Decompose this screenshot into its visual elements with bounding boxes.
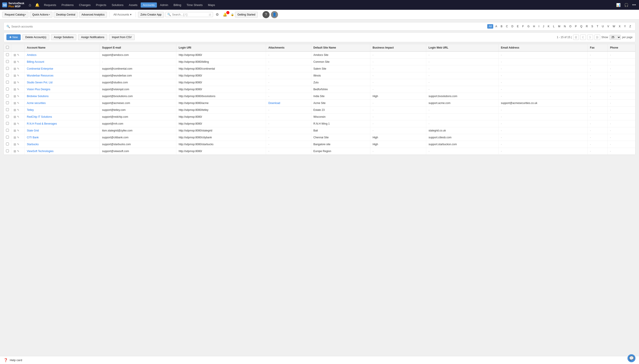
site-icon-7[interactable]: ⊞ (14, 101, 16, 105)
site-icon-5[interactable]: ⊞ (14, 88, 16, 91)
headset-icon[interactable]: 🎧 (623, 2, 629, 8)
alpha-e[interactable]: E (515, 24, 520, 28)
account-link-10[interactable]: R.N.H Food & Beverages (27, 122, 57, 125)
alpha-i[interactable]: I (537, 24, 541, 28)
nav-changes[interactable]: Changes (77, 2, 93, 8)
edit-icon-3[interactable]: ✎ (17, 74, 19, 77)
edit-icon-14[interactable]: ✎ (17, 150, 19, 153)
account-link-9[interactable]: RedChip IT Solutions (27, 115, 52, 118)
account-link-6[interactable]: Birdview Solutions (27, 95, 49, 98)
account-link-12[interactable]: CITI Bank (27, 136, 39, 139)
quick-actions-button[interactable]: Quick Actions ▾ (30, 12, 52, 18)
account-link-13[interactable]: Starbucks (27, 143, 39, 146)
alpha-x[interactable]: X (617, 24, 622, 28)
row-checkbox-10[interactable] (6, 122, 9, 125)
per-page-select[interactable]: 25 50 100 (609, 35, 621, 40)
edit-icon-9[interactable]: ✎ (17, 115, 19, 118)
site-icon-10[interactable]: ⊞ (14, 122, 16, 126)
site-icon-13[interactable]: ⊞ (14, 142, 16, 146)
row-checkbox-8[interactable] (6, 108, 9, 111)
nav-maps[interactable]: Maps (206, 2, 217, 8)
chat-button[interactable]: 💬 (627, 354, 635, 362)
user-avatar[interactable]: 👤 (271, 11, 278, 18)
row-checkbox-7[interactable] (6, 101, 9, 104)
edit-icon-8[interactable]: ✎ (17, 108, 19, 112)
nav-assets[interactable]: Assets (127, 2, 140, 8)
site-icon-2[interactable]: ⊞ (14, 67, 16, 70)
nav-solutions[interactable]: Solutions (109, 2, 126, 8)
edit-icon-13[interactable]: ✎ (17, 143, 19, 146)
account-link-11[interactable]: State Grid (27, 129, 39, 132)
site-icon-8[interactable]: ⊞ (14, 108, 16, 112)
alpha-d[interactable]: D (510, 24, 515, 28)
alpha-o[interactable]: O (568, 24, 573, 28)
nav-requests[interactable]: Requests (42, 2, 58, 8)
site-icon-4[interactable]: ⊞ (14, 81, 16, 84)
account-link-3[interactable]: Wunderbar Resources (27, 74, 54, 77)
alpha-u[interactable]: U (600, 24, 605, 28)
site-icon-6[interactable]: ⊞ (14, 94, 16, 98)
nav-problems[interactable]: Problems (59, 2, 76, 8)
import-csv-button[interactable]: Import from CSV (109, 34, 134, 40)
alpha-h[interactable]: H (531, 24, 536, 28)
alpha-k[interactable]: K (546, 24, 551, 28)
site-icon-0[interactable]: ⊞ (14, 53, 16, 57)
request-catalog-button[interactable]: Request Catalog ▾ (2, 12, 29, 18)
last-page-button[interactable]: ⟩⟩ (594, 34, 600, 40)
account-link-2[interactable]: Continental Enterprise (27, 67, 53, 70)
desktop-central-button[interactable]: Desktop Central (54, 12, 78, 18)
row-checkbox-13[interactable] (6, 142, 9, 146)
edit-icon-10[interactable]: ✎ (17, 122, 19, 125)
alpha-n[interactable]: N (562, 24, 567, 28)
account-link-8[interactable]: Tetley (27, 108, 34, 112)
edit-icon-1[interactable]: ✎ (17, 60, 19, 64)
alpha-g[interactable]: G (526, 24, 531, 28)
account-link-0[interactable]: Amdocs (27, 54, 36, 56)
row-checkbox-2[interactable] (6, 67, 9, 70)
next-page-button[interactable]: ⟩ (587, 34, 593, 40)
edit-icon-2[interactable]: ✎ (17, 67, 19, 70)
row-checkbox-0[interactable] (6, 53, 9, 56)
account-link-5[interactable]: Vision Plus Designs (27, 88, 50, 91)
select-all-checkbox[interactable] (6, 46, 9, 49)
alpha-t[interactable]: T (595, 24, 600, 28)
nav-accounts[interactable]: Accounts (141, 2, 157, 8)
site-icon-9[interactable]: ⊞ (14, 115, 16, 118)
getting-started-button[interactable]: Getting Started (235, 12, 258, 18)
all-accounts-dropdown[interactable]: All Accounts ▾ (112, 13, 133, 16)
edit-icon-4[interactable]: ✎ (17, 81, 19, 84)
chart-icon[interactable]: 📊 (615, 2, 621, 8)
site-icon-3[interactable]: ⊞ (14, 74, 16, 77)
alpha-p[interactable]: P (573, 24, 578, 28)
nav-projects[interactable]: Projects (94, 2, 109, 8)
nav-billing[interactable]: Billing (171, 2, 183, 8)
account-link-1[interactable]: Billing Account (27, 60, 44, 64)
row-checkbox-1[interactable] (6, 60, 9, 63)
site-icon-14[interactable]: ⊞ (14, 150, 16, 153)
row-checkbox-6[interactable] (6, 94, 9, 97)
edit-icon-5[interactable]: ✎ (17, 88, 19, 91)
nav-timesheets[interactable]: Time Sheets (184, 2, 205, 8)
alpha-all[interactable]: All (487, 24, 493, 28)
search-input[interactable] (172, 13, 208, 16)
account-link-14[interactable]: ViewSoft Technologies (27, 150, 54, 153)
alpha-w[interactable]: W (611, 24, 616, 28)
zoho-creator-button[interactable]: Zoho Creator App (138, 12, 164, 18)
alpha-s[interactable]: S (590, 24, 595, 28)
account-search-input[interactable] (11, 25, 74, 28)
row-checkbox-12[interactable] (6, 136, 9, 138)
alpha-v[interactable]: V (606, 24, 610, 28)
first-page-button[interactable]: ⟨⟨ (573, 34, 579, 40)
delete-accounts-button[interactable]: Delete Account(s) (23, 34, 49, 40)
row-checkbox-5[interactable] (6, 88, 9, 90)
site-icon-1[interactable]: ⊞ (14, 60, 16, 64)
assign-notifications-button[interactable]: Assign Notifications (78, 34, 107, 40)
alpha-c[interactable]: C (504, 24, 509, 28)
row-checkbox-3[interactable] (6, 74, 9, 77)
advanced-analytics-button[interactable]: Advanced Analytics (79, 12, 107, 18)
home-icon[interactable]: ⌂ (29, 3, 31, 7)
help-button[interactable]: ? (262, 11, 269, 18)
alpha-l[interactable]: L (552, 24, 556, 28)
site-icon-11[interactable]: ⊞ (14, 129, 16, 132)
alpha-q[interactable]: Q (579, 24, 584, 28)
